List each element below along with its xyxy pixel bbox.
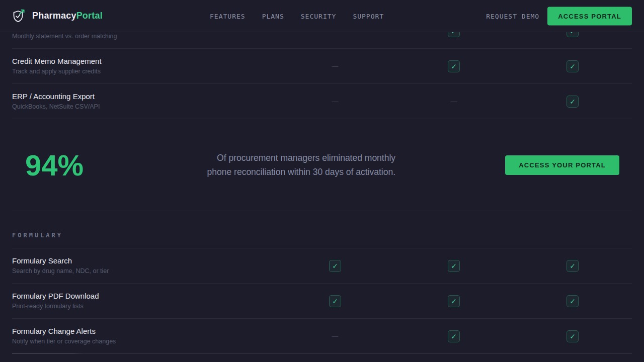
feature-cell: ✓ <box>394 60 513 72</box>
feature-title: Formulary Search <box>12 256 276 265</box>
feature-cell: — <box>276 330 394 342</box>
formulary-heading-label: FORMULARY <box>12 232 63 239</box>
feature-subtitle: Monthly statement vs. order matching <box>12 33 276 40</box>
feature-cell: ✓ <box>513 96 632 108</box>
dash-icon: — <box>451 98 457 105</box>
feature-cell: ✓ <box>513 330 632 342</box>
brand-name-secondary: Portal <box>76 11 103 21</box>
check-icon: ✓ <box>448 330 460 342</box>
feature-info: ERP / Accounting ExportQuickBooks, NetSu… <box>12 92 276 111</box>
feature-title: Formulary Change Alerts <box>12 327 276 336</box>
nav-link-security[interactable]: SECURITY <box>301 12 337 20</box>
feature-cell: ✓ <box>276 260 394 272</box>
stat-description: Of procurement managers eliminated month… <box>204 151 395 179</box>
feature-cell: — <box>394 96 513 108</box>
feature-info: Formulary PDF DownloadPrint-ready formul… <box>12 292 276 310</box>
nav-link-plans[interactable]: PLANS <box>262 12 284 20</box>
feature-cell: ✓ <box>394 330 513 342</box>
feature-availability-columns: ✓✓✓ <box>276 295 632 307</box>
feature-row: Formulary SearchSearch by drug name, NDC… <box>12 248 632 284</box>
top-navbar: PharmacyPortal FEATURESPLANSSECURITYSUPP… <box>0 0 644 32</box>
brand-name: PharmacyPortal <box>32 11 103 21</box>
feature-subtitle: QuickBooks, NetSuite CSV/API <box>12 103 276 111</box>
feature-cell: ✓ <box>513 260 632 272</box>
feature-row: Formulary Change AlertsNotify when tier … <box>12 319 632 354</box>
shield-check-arrow-icon <box>12 8 26 24</box>
divider <box>12 353 632 354</box>
feature-row: Credit Memo ManagementTrack and apply su… <box>12 49 632 84</box>
feature-availability-columns: —✓✓ <box>276 60 632 72</box>
feature-title: Credit Memo Management <box>12 57 276 66</box>
access-portal-button[interactable]: ACCESS PORTAL <box>547 7 632 25</box>
feature-info: Formulary SearchSearch by drug name, NDC… <box>12 256 276 275</box>
nav-link-features[interactable]: FEATURES <box>210 12 246 20</box>
stat-value: 94% <box>25 148 84 182</box>
check-icon: ✓ <box>329 260 341 272</box>
feature-title: Formulary PDF Download <box>12 292 276 301</box>
feature-availability-columns: ✓✓✓ <box>276 260 632 272</box>
check-icon: ✓ <box>567 330 579 342</box>
feature-info: Credit Memo ManagementTrack and apply su… <box>12 57 276 75</box>
navbar-right-group: REQUEST DEMO ACCESS PORTAL <box>486 7 632 25</box>
nav-link-support[interactable]: SUPPORT <box>353 12 384 20</box>
nav-links: FEATURESPLANSSECURITYSUPPORT <box>210 12 384 20</box>
feature-info: Formulary Change AlertsNotify when tier … <box>12 327 276 345</box>
feature-subtitle: Track and apply supplier credits <box>12 68 276 75</box>
dash-icon: — <box>332 332 339 340</box>
feature-cell: ✓ <box>513 60 632 72</box>
brand-name-primary: Pharmacy <box>32 11 76 21</box>
feature-availability-columns: —✓✓ <box>276 330 632 342</box>
check-icon: ✓ <box>567 260 579 272</box>
feature-subtitle: Notify when tier or coverage changes <box>12 338 276 345</box>
feature-title: ERP / Accounting Export <box>12 92 276 101</box>
feature-cell: ✓ <box>276 295 394 307</box>
check-icon: ✓ <box>448 295 460 307</box>
feature-cell: ✓ <box>513 295 632 307</box>
brand-logo[interactable]: PharmacyPortal <box>12 8 103 24</box>
feature-subtitle: Search by drug name, NDC, or tier <box>12 267 276 275</box>
dash-icon: — <box>332 98 339 105</box>
access-your-portal-button[interactable]: ACCESS YOUR PORTAL <box>505 155 619 175</box>
feature-row: ERP / Accounting ExportQuickBooks, NetSu… <box>12 84 632 119</box>
formulary-section-heading: FORMULARY <box>12 230 632 248</box>
formulary-table: Formulary SearchSearch by drug name, NDC… <box>12 248 632 354</box>
feature-cell: ✓ <box>394 295 513 307</box>
request-demo-link[interactable]: REQUEST DEMO <box>486 12 539 20</box>
stat-band: 94% Of procurement managers eliminated m… <box>12 119 632 211</box>
feature-cell: ✓ <box>394 260 513 272</box>
feature-availability-columns: ——✓ <box>276 96 632 108</box>
feature-cell: — <box>276 96 394 108</box>
feature-row: Formulary PDF DownloadPrint-ready formul… <box>12 284 632 319</box>
check-icon: ✓ <box>567 60 579 72</box>
check-icon: ✓ <box>448 60 460 72</box>
page-content: Monthly statement vs. order matching—✓✓C… <box>0 14 644 354</box>
check-icon: ✓ <box>567 295 579 307</box>
dash-icon: — <box>332 62 339 70</box>
check-icon: ✓ <box>567 96 579 108</box>
feature-subtitle: Print-ready formulary lists <box>12 303 276 310</box>
check-icon: ✓ <box>329 295 341 307</box>
check-icon: ✓ <box>448 260 460 272</box>
feature-cell: — <box>276 60 394 72</box>
